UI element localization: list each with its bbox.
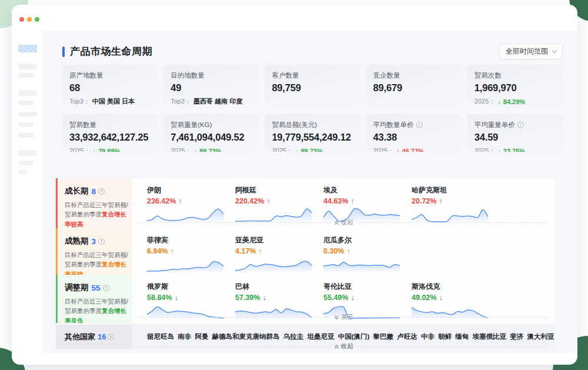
kpi-value: 33,932,642,127.25 [69,132,151,143]
minimize-button[interactable] [27,17,32,22]
others-country-list: 留尼旺岛 南非 阿曼 赫德岛和麦克唐纳群岛 乌拉圭 坦桑尼亚 中国(澳门) 黎巴… [132,325,555,349]
kpi-sub-label: 2025： [272,146,292,152]
kpi-delta-value: 79.89% [98,148,120,152]
kpi-card: 贸易数量33,932,642,127.252025：↓79.89% [62,114,158,152]
stage-row-1: 成长期8i目标产品近三年贸易额/贸易量的季度复合增长率较高伊朗236.42%↑阿… [56,178,555,228]
kpi-value: 49 [171,82,252,94]
divider-line [139,222,330,223]
others-name: 其他国家 [65,332,95,342]
collapse-toggle[interactable]: 收起 [139,342,548,349]
country-delta: 58.84%↓ [147,294,235,302]
sidebar-item[interactable] [18,64,37,69]
country-delta-value: 44.63% [323,197,348,205]
sidebar-item[interactable] [18,150,37,156]
kpi-label-text: 贸易重量(KG) [171,121,212,129]
kpi-sub-label: Top3： [171,97,191,105]
kpi-label-text: 贸易数量 [69,121,96,129]
info-icon[interactable]: i [416,122,423,128]
sidebar-item[interactable] [18,161,34,165]
info-icon[interactable]: i [517,122,524,128]
country-delta-value: 55.49% [323,294,348,302]
kpi-label-text: 客户数量 [272,71,299,80]
sidebar-item[interactable] [18,101,34,105]
stage-description: 目标产品近三年贸易额/贸易量的季度复合增长率呈负 [65,296,128,323]
sidebar-item[interactable] [18,112,37,116]
sidebar-item[interactable] [18,122,34,127]
info-icon[interactable]: i [98,188,105,195]
kpi-value: 68 [69,82,151,94]
kpi-card: 竞企数量89,679 [366,65,462,105]
sidebar-item[interactable] [18,170,26,174]
country-name: 哥伦比亚 [323,282,412,292]
kpi-top3-value: 中国 美国 日本 [92,97,135,105]
arrow-down-icon: ↓ [497,98,501,105]
country-delta: 55.49%↓ [323,294,412,302]
divider-text: 收起 [341,218,353,226]
page-title: 产品市场生命周期 [70,45,152,58]
kpi-value: 34.59 [475,132,556,143]
divider-line [357,317,548,318]
others-countries-text: 留尼旺岛 南非 阿曼 赫德岛和麦克唐纳群岛 乌拉圭 坦桑尼亚 中国(澳门) 黎巴… [147,333,555,340]
close-button[interactable] [19,17,24,22]
divider-text: 收起 [341,342,353,349]
time-range-select[interactable]: 全部时间范围 [499,44,563,59]
kpi-sub-label: 2025： [475,97,495,105]
stage-count: 55 [92,284,101,292]
kpi-sub-label: 2025： [475,146,495,152]
double-chevron-up-icon [334,220,339,225]
stage-title: 调整期55i [65,282,128,293]
country-delta: 4.17%↑ [235,247,323,255]
arrow-up-icon: ↑ [170,247,173,255]
kpi-card: 贸易总额(美元)19,779,554,249.122025：↓89.73% [265,114,360,152]
country-delta: 0.30%↑ [323,247,412,255]
divider-label: 收起 [334,342,353,349]
arrow-down-icon: ↓ [497,148,501,152]
kpi-value: 89,759 [272,82,353,94]
collapse-toggle[interactable]: 收起 [139,218,548,226]
country-name: 俄罗斯 [147,282,235,292]
divider-text: 展开 [341,313,353,321]
country-trend-cell: 菲律宾6.94%↑ [147,235,235,275]
arrow-down-icon: ↓ [92,148,96,152]
sidebar-item[interactable] [18,90,37,96]
arrow-up-icon: ↑ [178,197,182,205]
trend-sparkline [323,256,400,274]
country-delta-value: 220.42% [235,197,264,205]
stage-count: 3 [92,237,96,246]
info-icon[interactable]: i [108,334,114,340]
info-icon[interactable]: i [103,285,109,291]
maximize-button[interactable] [35,17,39,22]
kpi-card: 贸易重量(KG)7,461,094,049.522025：↓88.73% [163,114,259,152]
sidebar-item-active[interactable] [18,45,37,52]
country-delta: 220.42%↑ [235,197,323,205]
arrow-up-icon: ↑ [396,148,400,152]
country-delta-value: 4.17% [235,247,256,255]
kpi-subline: 2025：↓23.75% [475,146,556,152]
stage-label-cell: 调整期55i目标产品近三年贸易额/贸易量的季度复合增长率呈负 [56,275,132,323]
country-delta: 236.42%↑ [147,197,235,205]
kpi-label-text: 目的地数量 [171,71,205,80]
others-label-cell: 其他国家16i [56,325,132,349]
country-name: 巴林 [235,282,323,292]
arrow-down-icon: ↓ [295,148,299,152]
stage-description: 目标产品近三年贸易额/贸易量的季度复合增长率平稳 [65,250,128,275]
others-row: 其他国家16i留尼旺岛 南非 阿曼 赫德岛和麦克唐纳群岛 乌拉圭 坦桑尼亚 中国… [56,325,555,349]
arrow-down-icon: ↓ [439,294,442,302]
divider-line [139,346,330,347]
stage-count: 8 [92,187,96,196]
expand-toggle[interactable]: 展开 [139,313,548,321]
kpi-subline: 2025：↑46.77% [373,146,455,152]
info-icon[interactable]: i [98,238,105,245]
country-name: 斯洛伐克 [412,282,500,292]
kpi-value: 19,779,554,249.12 [272,132,353,143]
kpi-value: 1,969,970 [475,82,556,94]
country-trend-cell: 亚美尼亚4.17%↑ [235,235,323,275]
sidebar-item[interactable] [18,133,34,138]
sidebar-item[interactable] [18,73,34,78]
country-delta-value: 236.42% [147,197,176,205]
country-delta-value: 20.72% [412,197,436,205]
country-name: 伊朗 [147,185,235,195]
country-delta: 20.72%↑ [412,197,500,205]
kpi-label-text: 原产地数量 [69,71,103,80]
country-name: 哈萨克斯坦 [412,185,500,195]
